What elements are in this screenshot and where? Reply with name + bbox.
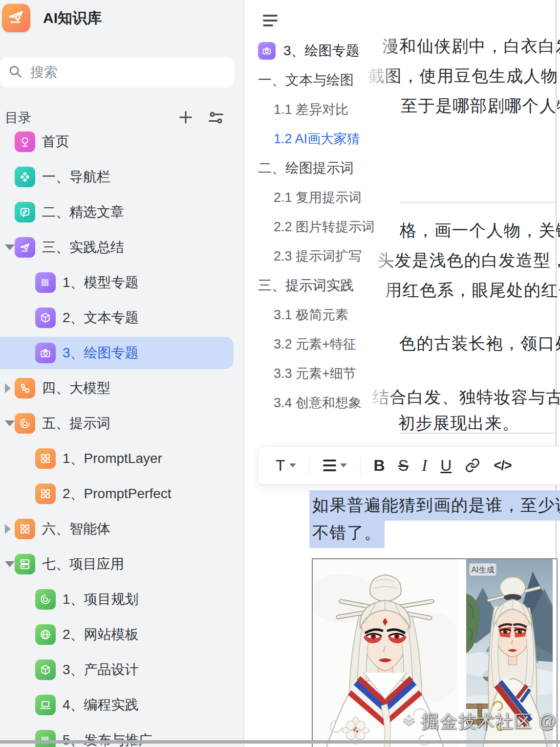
outline-item-label: 3.2 元素+特征 xyxy=(249,335,356,353)
spiral-icon xyxy=(35,589,56,610)
sidebar-item[interactable]: 3、绘图专题 xyxy=(0,335,234,371)
link-button[interactable] xyxy=(465,458,480,473)
chevron-right-icon[interactable] xyxy=(5,524,11,534)
outline-item-label: 3.3 元素+细节 xyxy=(249,365,356,382)
outline-item[interactable]: 2.3 提示词扩写 xyxy=(249,242,396,271)
sidebar-item-label: 4、编程实践 xyxy=(63,696,139,714)
grid-icon xyxy=(35,483,56,504)
align-button[interactable] xyxy=(323,460,347,471)
ai-generated-badge: AI生成 xyxy=(471,566,494,574)
outline-item[interactable]: 3.3 元素+细节 xyxy=(249,359,396,388)
watermark-text: 掘金技术社区 @ 七号楼 xyxy=(421,710,560,734)
outline-item-label: 2.1 复用提示词 xyxy=(249,189,362,206)
outline-item-label: 一、文本与绘图 xyxy=(249,71,354,89)
app-logo xyxy=(2,4,30,32)
sidebar-item[interactable]: 1、PromptLayer xyxy=(0,441,234,476)
document-text-line: 用红色系，眼尾处的红色晕 xyxy=(385,279,560,302)
window-bottom-edge xyxy=(0,740,560,744)
sidebar-item[interactable]: 首页 xyxy=(0,124,234,159)
document-text-line: 格，画一个人物，关键描述 xyxy=(400,220,560,242)
align-icon xyxy=(323,460,336,471)
note-icon xyxy=(15,202,35,222)
search-input[interactable]: 搜索 xyxy=(0,57,235,88)
document-text-line: 漫和仙侠剧中，白衣白发 xyxy=(382,35,560,58)
sidebar-item[interactable]: 四、大模型 xyxy=(0,371,234,406)
sidebar-item[interactable]: 2、网站模板 xyxy=(0,617,234,652)
sidebar: AI知识库 搜索 目录 首页一、导航栏二、精选文章三、实践总结1、模型专题2、文… xyxy=(0,0,244,747)
camera-icon xyxy=(35,343,56,363)
search-icon xyxy=(8,64,22,81)
outline-item-label: 3.4 创意和想象 xyxy=(249,394,362,412)
selected-text-line[interactable]: 如果普遍能猜到画的是谁，至少说明 xyxy=(309,490,560,521)
chevron-down-icon[interactable] xyxy=(5,244,15,250)
app-header: AI知识库 xyxy=(2,4,102,32)
spiral-icon xyxy=(15,413,35,434)
sidebar-item[interactable]: 4、编程实践 xyxy=(0,687,234,723)
outline-doc-title[interactable]: 3、绘图专题 xyxy=(249,36,396,66)
stack-icon xyxy=(15,554,35,574)
chevron-down-icon xyxy=(340,463,347,467)
document-area: 漫和仙侠剧中，白衣白发截图，使用豆包生成人物至于是哪部剧哪个人物格，画一个人物，… xyxy=(244,0,560,747)
outline-item[interactable]: 2.2 图片转提示词 xyxy=(249,212,396,242)
sidebar-item[interactable]: 1、项目规划 xyxy=(0,582,234,617)
diamonds-icon xyxy=(15,167,35,187)
chevron-right-icon[interactable] xyxy=(5,383,11,393)
sidebar-item-label: 首页 xyxy=(42,132,69,151)
paragraph-divider xyxy=(400,433,557,434)
camera-icon xyxy=(258,42,276,60)
barcode-icon xyxy=(35,730,56,747)
outline-item[interactable]: 3.1 极简元素 xyxy=(249,300,396,330)
sidebar-nav: 首页一、导航栏二、精选文章三、实践总结1、模型专题2、文本专题3、绘图专题四、大… xyxy=(0,124,234,747)
sidebar-item[interactable]: 五、提示词 xyxy=(0,406,234,441)
selected-text-line[interactable]: 不错了。 xyxy=(309,518,385,548)
sidebar-item[interactable]: 一、导航栏 xyxy=(0,159,234,195)
sidebar-item[interactable]: 三、实践总结 xyxy=(0,230,234,265)
strikethrough-button[interactable]: S xyxy=(398,457,409,475)
sidebar-item-label: 五、提示词 xyxy=(42,414,110,433)
sidebar-item-label: 1、项目规划 xyxy=(63,590,139,609)
document-text-line: 结合白发、独特妆容与古装服 xyxy=(372,386,560,409)
chevron-down-icon[interactable] xyxy=(5,420,15,426)
link-icon xyxy=(465,458,480,473)
plane-icon xyxy=(15,237,35,258)
nodes-icon xyxy=(15,378,35,398)
document-text-line: 至于是哪部剧哪个人物 xyxy=(401,95,560,117)
sidebar-item[interactable]: 七、项目应用 xyxy=(0,547,234,582)
sidebar-item[interactable]: 3、产品设计 xyxy=(0,652,234,687)
cube-icon xyxy=(35,308,56,328)
sidebar-item-label: 一、导航栏 xyxy=(42,168,110,186)
outline-panel: 3、绘图专题一、文本与绘图1.1 差异对比1.2 AI画大家猜二、绘图提示词2.… xyxy=(249,2,399,456)
sidebar-item-label: 2、网站模板 xyxy=(63,625,139,644)
outline-doc-title-label: 3、绘图专题 xyxy=(283,42,360,60)
code-button[interactable]: </> xyxy=(494,458,511,473)
document-text-line: 初步展现出来。 xyxy=(398,412,520,435)
outline-item[interactable]: 三、提示词实践 xyxy=(249,271,396,300)
outline-item[interactable]: 一、文本与绘图 xyxy=(249,66,396,95)
search-placeholder: 搜索 xyxy=(30,63,58,82)
sidebar-item[interactable]: 六、智能体 xyxy=(0,511,234,547)
chevron-down-icon xyxy=(289,463,296,467)
underline-button[interactable]: U xyxy=(440,457,452,475)
toolbar-separator xyxy=(360,457,361,474)
outline-toggle-icon[interactable] xyxy=(263,13,279,28)
outline-item[interactable]: 2.1 复用提示词 xyxy=(249,183,396,212)
text-style-button[interactable]: T xyxy=(276,457,296,475)
sidebar-item[interactable]: 二、精选文章 xyxy=(0,195,234,230)
sidebar-item[interactable]: 2、文本专题 xyxy=(0,300,234,335)
italic-button[interactable]: I xyxy=(422,456,427,475)
sidebar-item-label: 七、项目应用 xyxy=(42,555,124,573)
outline-item[interactable]: 1.2 AI画大家猜 xyxy=(249,124,396,154)
sidebar-item[interactable]: 2、PromptPerfect xyxy=(0,476,234,511)
outline-item[interactable]: 1.1 差异对比 xyxy=(249,95,396,124)
chevron-down-icon[interactable] xyxy=(5,561,15,567)
bold-button[interactable]: B xyxy=(374,457,385,475)
sidebar-item-label: 三、实践总结 xyxy=(42,238,124,257)
sidebar-item-label: 3、产品设计 xyxy=(63,660,139,679)
sidebar-item-label: 2、PromptPerfect xyxy=(63,484,172,503)
outline-item-label: 1.2 AI画大家猜 xyxy=(249,130,360,148)
outline-item[interactable]: 3.2 元素+特征 xyxy=(249,330,396,359)
outline-item[interactable]: 3.4 创意和想象 xyxy=(249,388,396,417)
outline-item[interactable]: 二、绘图提示词 xyxy=(249,154,396,183)
sidebar-item[interactable]: 1、模型专题 xyxy=(0,265,234,300)
sidebar-item-label: 1、模型专题 xyxy=(63,273,139,292)
